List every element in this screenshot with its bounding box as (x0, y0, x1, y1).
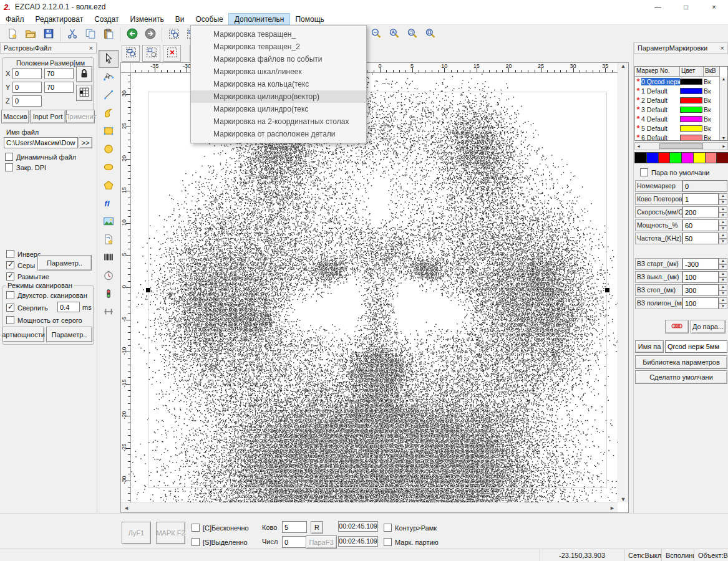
wobble-rings-button[interactable] (665, 320, 689, 333)
menu-item-3[interactable]: Изменить (125, 14, 170, 24)
dropdown-item-1[interactable]: Маркировка тевращен_2 (191, 41, 366, 53)
palette-color-5[interactable] (693, 152, 706, 163)
marker-row[interactable]: *4 DefaultВк (635, 114, 727, 123)
marker-row[interactable]: *0 Qrcod нержВк (635, 77, 727, 86)
tool-rectangle[interactable] (99, 122, 119, 140)
dropdown-item-0[interactable]: Маркировка тевращен_ (191, 28, 366, 41)
to-param-button[interactable]: До пара... (691, 320, 726, 333)
marker-row[interactable]: *3 DefaultВк (635, 105, 727, 114)
param-value-field[interactable] (682, 297, 719, 309)
tool-image[interactable] (99, 213, 119, 231)
continuous-checkbox[interactable]: [С]Бесконечно (192, 524, 249, 532)
marker-row[interactable]: *5 DefaultВк (635, 123, 727, 133)
anchor-grid-button[interactable] (76, 85, 92, 101)
scroll-left-icon[interactable]: ◄ (636, 144, 641, 148)
spin-down-icon[interactable]: ▼ (719, 290, 727, 297)
palette-color-0[interactable] (634, 152, 647, 163)
param-library-button[interactable]: Библиотека параметров (635, 355, 727, 369)
param-value-field[interactable] (682, 284, 719, 296)
dropdown-item-7[interactable]: Маркировка на 2-координатных столах (191, 115, 366, 128)
scan-param-button[interactable]: Параметр.. (46, 327, 92, 342)
param-value-field[interactable] (682, 271, 719, 283)
tool-io-signal[interactable] (99, 285, 119, 303)
marker-row[interactable]: *6 DefaultВк (635, 133, 727, 141)
minimize-button[interactable]: — (644, 0, 672, 14)
zoom-out-button[interactable] (367, 26, 384, 42)
spin-up-icon[interactable]: ▲ (719, 297, 727, 304)
tool-line[interactable] (99, 86, 119, 104)
selection-handle-right[interactable] (605, 288, 609, 292)
marker-row[interactable]: *1 DefaultВк (635, 86, 727, 95)
power-from-gray-checkbox[interactable]: Мощность от серого (6, 316, 82, 324)
scroll-right-icon[interactable]: ► (722, 144, 726, 148)
aspect-lock-button[interactable] (76, 66, 92, 82)
column-header[interactable]: ВкВ (704, 67, 720, 77)
tool-vector-file[interactable] (99, 231, 119, 249)
menu-item-7[interactable]: Помощь (289, 14, 329, 24)
dropdown-item-3[interactable]: Маркировка шкал/линеек (191, 65, 366, 78)
blur-checkbox[interactable]: Размытие (6, 272, 49, 280)
scroll-left-icon[interactable]: ◄ (124, 505, 129, 511)
browse-button[interactable]: >> (79, 137, 92, 148)
palette-color-1[interactable] (646, 152, 659, 163)
tool-node-edit[interactable] (99, 68, 119, 86)
y-position-field[interactable] (12, 82, 42, 93)
gray-checkbox[interactable]: Серы (6, 261, 35, 269)
group-button[interactable] (122, 45, 140, 62)
dynamic-file-checkbox[interactable]: Динамичный файл (5, 153, 76, 161)
spinner[interactable]: ▲▼ (719, 219, 727, 231)
scroll-up-icon[interactable]: ▲ (722, 77, 726, 81)
spin-up-icon[interactable]: ▲ (719, 284, 727, 290)
undo-button[interactable] (124, 26, 140, 42)
dropdown-item-6[interactable]: Маркировка цилиндро(текс (191, 103, 366, 115)
scroll-up-icon[interactable]: ▲ (621, 63, 626, 69)
fixed-dpi-checkbox[interactable]: Закр. DPI (5, 163, 46, 171)
spinner[interactable]: ▲▼ (719, 284, 727, 296)
palette-color-2[interactable] (658, 152, 671, 163)
tool-circle[interactable] (99, 140, 119, 158)
tool-barcode[interactable] (99, 249, 119, 267)
tool-curve[interactable] (99, 104, 119, 122)
delete-node-button[interactable] (163, 45, 181, 62)
art-power-button[interactable]: артмощности (2, 327, 44, 342)
zoom-all-button[interactable]: A (386, 26, 402, 42)
close-button[interactable]: × (700, 0, 728, 14)
menu-item-4[interactable]: Ви (170, 14, 190, 24)
param-value-field[interactable] (682, 219, 719, 231)
spin-up-icon[interactable]: ▲ (719, 219, 727, 226)
gray-param-button[interactable]: Параметр.. (37, 255, 92, 271)
param-f3-button[interactable]: ПараF3 (306, 535, 337, 549)
spinner[interactable]: ▲▼ (719, 271, 727, 283)
tool-ellipse[interactable] (99, 158, 119, 176)
spin-up-icon[interactable]: ▲ (719, 271, 727, 277)
drill-checkbox[interactable]: Сверлить (6, 304, 48, 312)
mark-batch-checkbox[interactable]: Марк. партию (384, 538, 439, 546)
scroll-down-icon[interactable]: ▼ (722, 136, 726, 140)
ungroup-button[interactable] (142, 45, 160, 62)
param-name-field[interactable] (665, 340, 727, 353)
menu-item-0[interactable]: Файл (0, 14, 30, 24)
tool-polygon[interactable] (99, 176, 119, 194)
set-default-button[interactable]: Сделатпо умолчани (635, 370, 727, 384)
count-field[interactable] (282, 521, 307, 533)
y-size-field[interactable] (44, 82, 74, 93)
invert-checkbox[interactable]: Инверс (6, 250, 41, 258)
maximize-button[interactable]: □ (672, 0, 700, 14)
save-button[interactable] (40, 26, 57, 42)
marker-row[interactable]: *2 DefaultВк (635, 95, 727, 105)
spin-down-icon[interactable]: ▼ (719, 213, 727, 219)
spin-down-icon[interactable]: ▼ (719, 199, 727, 206)
selected-checkbox[interactable]: [S]Выделенно (192, 538, 248, 546)
spin-up-icon[interactable]: ▲ (719, 258, 727, 264)
dropdown-item-5[interactable]: Маркировка цилиндро(вектор) (191, 90, 366, 103)
spinner[interactable]: ▲▼ (719, 258, 727, 270)
param-name-button[interactable]: Имя па (635, 340, 664, 353)
marker-list-hscrollbar[interactable]: ◄► (634, 142, 728, 150)
new-button[interactable] (4, 26, 21, 42)
x-size-field[interactable] (44, 68, 74, 79)
file-path-field[interactable] (4, 137, 78, 148)
scroll-down-icon[interactable]: ▼ (621, 496, 626, 502)
spin-up-icon[interactable]: ▲ (719, 206, 727, 213)
scroll-thumb[interactable] (659, 143, 703, 149)
palette-color-7[interactable] (716, 152, 728, 163)
